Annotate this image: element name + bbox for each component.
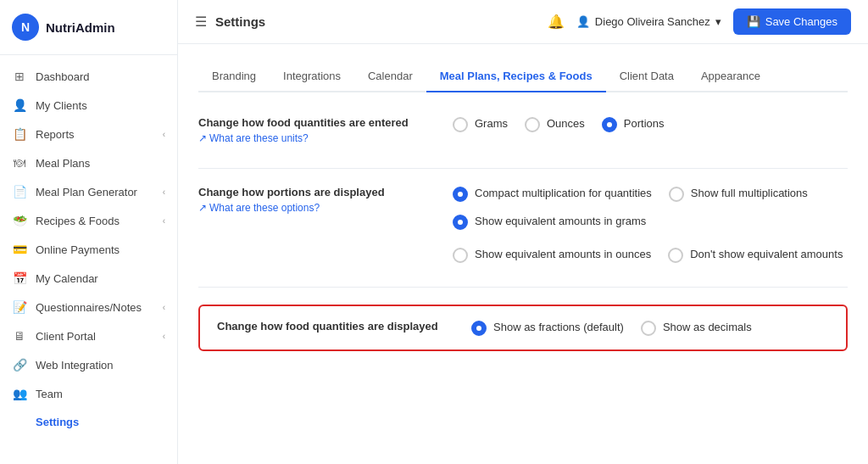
portions-options-container: Compact multiplication for quantities Sh… — [453, 186, 848, 263]
sidebar-item-my-clients[interactable]: 👤 My Clients — [0, 91, 177, 120]
radio-circle-show-equiv-grams[interactable] — [453, 215, 468, 230]
chevron-questionnaires-notes: ‹ — [163, 303, 165, 312]
section-label-food-quantities: Change how food quantities are entered ↗… — [198, 116, 436, 144]
sidebar-item-client-portal[interactable]: 🖥 Client Portal ‹ — [0, 321, 177, 350]
section-portions-display: Change how portions are displayed ↗ What… — [198, 186, 848, 263]
user-icon: 👤 — [576, 15, 590, 28]
section-food-quantities-displayed: Change how food quantities are displayed… — [198, 305, 848, 351]
radio-circle-portions[interactable] — [602, 117, 617, 132]
bell-icon[interactable]: 🔔 — [548, 14, 565, 30]
nav-label-online-payments: Online Payments — [36, 243, 120, 256]
sidebar-item-recipes-foods[interactable]: 🥗 Recipes & Foods ‹ — [0, 206, 177, 235]
sidebar-item-meal-plans[interactable]: 🍽 Meal Plans — [0, 148, 177, 177]
radio-circle-compact-mult[interactable] — [453, 187, 468, 202]
nav-label-reports: Reports — [36, 128, 75, 141]
section-title-quantities-displayed: Change how food quantities are displayed — [217, 320, 454, 333]
save-button[interactable]: 💾 Save Changes — [733, 8, 851, 35]
nav-icon-dashboard: ⊞ — [12, 70, 27, 83]
radio-label-compact-mult: Compact multiplication for quantities — [475, 186, 652, 201]
radio-label-decimals: Show as decimals — [663, 320, 752, 335]
divider-2 — [198, 287, 848, 288]
tab-appearance[interactable]: Appearance — [687, 61, 774, 92]
section-food-quantities-entered: Change how food quantities are entered ↗… — [198, 116, 848, 144]
radio-circle-ounces[interactable] — [525, 117, 540, 132]
radio-label-grams: Grams — [475, 116, 508, 131]
nav-label-team: Team — [36, 388, 63, 400]
header-left: ☰ Settings — [195, 14, 265, 30]
content-area: BrandingIntegrationsCalendarMeal Plans, … — [178, 44, 868, 464]
logo: N NutriAdmin — [0, 0, 177, 55]
tab-meal-plans-recipes-foods[interactable]: Meal Plans, Recipes & Foods — [426, 61, 606, 92]
nav-icon-meal-plan-generator: 📄 — [12, 185, 27, 198]
radio-item-ounces[interactable]: Ounces — [525, 116, 585, 132]
save-button-label: Save Changes — [765, 15, 837, 28]
nav-label-questionnaires-notes: Questionnaires/Notes — [36, 301, 142, 314]
sidebar-item-my-calendar[interactable]: 📅 My Calendar — [0, 264, 177, 293]
nav-icon-questionnaires-notes: 📝 — [12, 300, 27, 314]
chevron-reports: ‹ — [163, 130, 165, 139]
menu-icon[interactable]: ☰ — [195, 14, 207, 30]
nav-icon-my-calendar: 📅 — [12, 271, 27, 285]
radio-circle-show-full-mult[interactable] — [669, 187, 684, 202]
radio-item-show-equiv-grams[interactable]: Show equivalent amounts in grams — [453, 214, 646, 230]
header: ☰ Settings 🔔 👤 Diego Oliveira Sanchez ▾ … — [178, 0, 868, 44]
radio-label-portions: Portions — [624, 116, 665, 131]
tab-branding[interactable]: Branding — [198, 61, 270, 92]
tab-integrations[interactable]: Integrations — [270, 61, 354, 92]
section-title-food-quantities: Change how food quantities are entered — [198, 116, 436, 129]
user-dropdown-icon: ▾ — [715, 15, 721, 28]
radio-item-show-full-mult[interactable]: Show full multiplications — [669, 186, 808, 202]
sidebar-item-online-payments[interactable]: 💳 Online Payments — [0, 235, 177, 264]
main-area: ☰ Settings 🔔 👤 Diego Oliveira Sanchez ▾ … — [178, 0, 868, 464]
sidebar-nav: ⊞ Dashboard 👤 My Clients 📋 Reports ‹ 🍽 M… — [0, 55, 177, 464]
link-text-2: What are these options? — [209, 202, 320, 214]
radio-circle-decimals[interactable] — [641, 321, 656, 336]
nav-icon-my-clients: 👤 — [12, 98, 27, 112]
radio-circle-grams[interactable] — [453, 117, 468, 132]
header-right: 🔔 👤 Diego Oliveira Sanchez ▾ 💾 Save Chan… — [548, 8, 851, 35]
radio-item-fractions[interactable]: Show as fractions (default) — [471, 320, 624, 336]
sidebar-item-team[interactable]: 👥 Team — [0, 379, 177, 408]
radio-label-show-equiv-grams: Show equivalent amounts in grams — [475, 214, 646, 229]
radio-item-dont-show-equiv[interactable]: Don't show equivalent amounts — [668, 247, 843, 263]
food-quantities-link[interactable]: ↗ What are these units? — [198, 132, 436, 144]
sidebar-item-reports[interactable]: 📋 Reports ‹ — [0, 120, 177, 148]
sidebar-item-dashboard[interactable]: ⊞ Dashboard — [0, 62, 177, 91]
radio-label-show-equiv-ounces: Show equivalent amounts in ounces — [475, 247, 651, 262]
link-text: What are these units? — [209, 132, 309, 144]
radio-item-decimals[interactable]: Show as decimals — [641, 320, 752, 336]
user-info[interactable]: 👤 Diego Oliveira Sanchez ▾ — [576, 15, 721, 28]
radio-circle-fractions[interactable] — [471, 321, 487, 336]
sidebar-item-web-integration[interactable]: 🔗 Web Integration — [0, 350, 177, 379]
sidebar-item-meal-plan-generator[interactable]: 📄 Meal Plan Generator ‹ — [0, 177, 177, 206]
sidebar-item-settings[interactable]: Settings — [0, 408, 177, 436]
nav-icon-team: 👥 — [12, 387, 27, 400]
radio-item-grams[interactable]: Grams — [453, 116, 508, 132]
nav-label-dashboard: Dashboard — [36, 70, 90, 83]
radio-label-show-full-mult: Show full multiplications — [691, 186, 808, 201]
save-icon: 💾 — [747, 15, 760, 28]
chevron-recipes-foods: ‹ — [163, 216, 165, 226]
radio-item-show-equiv-ounces[interactable]: Show equivalent amounts in ounces — [453, 247, 651, 263]
portions-link[interactable]: ↗ What are these options? — [198, 202, 436, 214]
tab-calendar[interactable]: Calendar — [354, 61, 426, 92]
food-quantities-radio-group: Grams Ounces Portions — [453, 116, 848, 132]
radio-circle-dont-show-equiv[interactable] — [668, 248, 683, 263]
nav-icon-client-portal: 🖥 — [12, 329, 27, 343]
radio-circle-show-equiv-ounces[interactable] — [453, 248, 468, 263]
section-label-quantities-displayed: Change how food quantities are displayed — [217, 320, 454, 336]
chevron-client-portal: ‹ — [163, 332, 165, 341]
link-icon: ↗ — [198, 132, 207, 144]
link-icon-2: ↗ — [198, 202, 207, 214]
user-name: Diego Oliveira Sanchez — [595, 15, 710, 28]
sidebar-item-questionnaires-notes[interactable]: 📝 Questionnaires/Notes ‹ — [0, 293, 177, 321]
tab-client-data[interactable]: Client Data — [606, 61, 687, 92]
radio-label-dont-show-equiv: Don't show equivalent amounts — [690, 247, 843, 262]
section-label-portions: Change how portions are displayed ↗ What… — [198, 186, 436, 214]
nav-label-meal-plans: Meal Plans — [36, 157, 90, 170]
section-title-portions: Change how portions are displayed — [198, 186, 436, 198]
logo-icon: N — [12, 14, 39, 41]
radio-item-portions[interactable]: Portions — [602, 116, 665, 132]
radio-item-compact-mult[interactable]: Compact multiplication for quantities — [453, 186, 652, 202]
portions-row1: Compact multiplication for quantities Sh… — [453, 186, 848, 202]
